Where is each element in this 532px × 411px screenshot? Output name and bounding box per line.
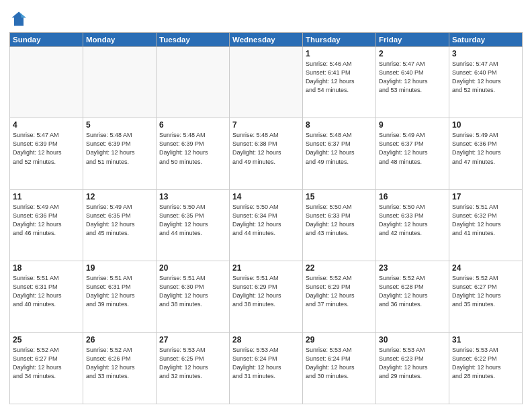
day-info: Sunrise: 5:50 AM Sunset: 6:34 PM Dayligh… bbox=[232, 203, 300, 238]
week-row-1: 1Sunrise: 5:46 AM Sunset: 6:41 PM Daylig… bbox=[10, 47, 523, 118]
calendar-cell: 14Sunrise: 5:50 AM Sunset: 6:34 PM Dayli… bbox=[230, 189, 303, 261]
calendar-cell: 15Sunrise: 5:50 AM Sunset: 6:33 PM Dayli… bbox=[303, 189, 376, 261]
calendar-cell: 17Sunrise: 5:51 AM Sunset: 6:32 PM Dayli… bbox=[449, 189, 523, 261]
day-info: Sunrise: 5:52 AM Sunset: 6:27 PM Dayligh… bbox=[13, 346, 80, 381]
day-info: Sunrise: 5:53 AM Sunset: 6:24 PM Dayligh… bbox=[232, 346, 300, 381]
day-info: Sunrise: 5:48 AM Sunset: 6:37 PM Dayligh… bbox=[306, 131, 373, 166]
weekday-saturday: Saturday bbox=[449, 33, 523, 47]
day-info: Sunrise: 5:46 AM Sunset: 6:41 PM Dayligh… bbox=[306, 60, 373, 95]
weekday-friday: Friday bbox=[376, 33, 449, 47]
day-info: Sunrise: 5:47 AM Sunset: 6:39 PM Dayligh… bbox=[13, 131, 80, 166]
calendar-cell: 20Sunrise: 5:51 AM Sunset: 6:30 PM Dayli… bbox=[157, 261, 230, 332]
calendar-cell: 29Sunrise: 5:53 AM Sunset: 6:24 PM Dayli… bbox=[303, 332, 376, 404]
day-info: Sunrise: 5:49 AM Sunset: 6:36 PM Dayligh… bbox=[13, 203, 80, 238]
day-info: Sunrise: 5:53 AM Sunset: 6:24 PM Dayligh… bbox=[306, 346, 373, 381]
day-number: 14 bbox=[232, 192, 300, 201]
day-number: 21 bbox=[232, 263, 300, 273]
calendar-cell: 5Sunrise: 5:48 AM Sunset: 6:39 PM Daylig… bbox=[83, 118, 157, 189]
calendar-cell bbox=[230, 47, 303, 118]
day-info: Sunrise: 5:50 AM Sunset: 6:33 PM Dayligh… bbox=[379, 203, 446, 238]
svg-marker-0 bbox=[12, 12, 26, 26]
calendar-cell: 21Sunrise: 5:51 AM Sunset: 6:29 PM Dayli… bbox=[230, 261, 303, 332]
day-info: Sunrise: 5:53 AM Sunset: 6:25 PM Dayligh… bbox=[159, 346, 226, 381]
calendar-cell: 22Sunrise: 5:52 AM Sunset: 6:29 PM Dayli… bbox=[303, 261, 376, 332]
day-info: Sunrise: 5:47 AM Sunset: 6:40 PM Dayligh… bbox=[379, 60, 446, 95]
day-number: 9 bbox=[379, 120, 446, 130]
day-info: Sunrise: 5:49 AM Sunset: 6:37 PM Dayligh… bbox=[379, 131, 446, 166]
logo-icon bbox=[9, 9, 28, 28]
day-info: Sunrise: 5:49 AM Sunset: 6:36 PM Dayligh… bbox=[452, 131, 519, 166]
day-number: 17 bbox=[452, 192, 519, 201]
calendar-cell: 30Sunrise: 5:53 AM Sunset: 6:23 PM Dayli… bbox=[376, 332, 449, 404]
week-row-2: 4Sunrise: 5:47 AM Sunset: 6:39 PM Daylig… bbox=[10, 118, 523, 189]
day-number: 5 bbox=[86, 120, 153, 130]
day-number: 2 bbox=[379, 49, 446, 58]
day-number: 31 bbox=[452, 335, 519, 345]
day-info: Sunrise: 5:51 AM Sunset: 6:31 PM Dayligh… bbox=[13, 274, 80, 309]
day-info: Sunrise: 5:51 AM Sunset: 6:31 PM Dayligh… bbox=[86, 274, 153, 309]
week-row-5: 25Sunrise: 5:52 AM Sunset: 6:27 PM Dayli… bbox=[10, 332, 523, 404]
calendar-cell: 1Sunrise: 5:46 AM Sunset: 6:41 PM Daylig… bbox=[303, 47, 376, 118]
day-number: 27 bbox=[159, 335, 226, 345]
calendar-cell: 7Sunrise: 5:48 AM Sunset: 6:38 PM Daylig… bbox=[230, 118, 303, 189]
calendar-cell: 2Sunrise: 5:47 AM Sunset: 6:40 PM Daylig… bbox=[376, 47, 449, 118]
day-info: Sunrise: 5:53 AM Sunset: 6:22 PM Dayligh… bbox=[452, 346, 519, 381]
calendar-cell: 19Sunrise: 5:51 AM Sunset: 6:31 PM Dayli… bbox=[83, 261, 157, 332]
day-info: Sunrise: 5:52 AM Sunset: 6:28 PM Dayligh… bbox=[379, 274, 446, 309]
day-info: Sunrise: 5:48 AM Sunset: 6:39 PM Dayligh… bbox=[159, 131, 226, 166]
day-info: Sunrise: 5:53 AM Sunset: 6:23 PM Dayligh… bbox=[379, 346, 446, 381]
logo bbox=[9, 9, 31, 28]
calendar-cell: 27Sunrise: 5:53 AM Sunset: 6:25 PM Dayli… bbox=[157, 332, 230, 404]
day-number: 23 bbox=[379, 263, 446, 273]
calendar-cell: 18Sunrise: 5:51 AM Sunset: 6:31 PM Dayli… bbox=[10, 261, 83, 332]
day-number: 11 bbox=[13, 192, 80, 201]
day-number: 13 bbox=[159, 192, 226, 201]
day-info: Sunrise: 5:51 AM Sunset: 6:30 PM Dayligh… bbox=[159, 274, 226, 309]
calendar-cell: 23Sunrise: 5:52 AM Sunset: 6:28 PM Dayli… bbox=[376, 261, 449, 332]
calendar-cell: 6Sunrise: 5:48 AM Sunset: 6:39 PM Daylig… bbox=[157, 118, 230, 189]
day-info: Sunrise: 5:48 AM Sunset: 6:39 PM Dayligh… bbox=[86, 131, 153, 166]
calendar-cell: 25Sunrise: 5:52 AM Sunset: 6:27 PM Dayli… bbox=[10, 332, 83, 404]
day-number: 12 bbox=[86, 192, 153, 201]
day-number: 8 bbox=[306, 120, 373, 130]
day-number: 7 bbox=[232, 120, 300, 130]
day-number: 29 bbox=[306, 335, 373, 345]
day-info: Sunrise: 5:50 AM Sunset: 6:33 PM Dayligh… bbox=[306, 203, 373, 238]
calendar-cell: 10Sunrise: 5:49 AM Sunset: 6:36 PM Dayli… bbox=[449, 118, 523, 189]
calendar-cell: 9Sunrise: 5:49 AM Sunset: 6:37 PM Daylig… bbox=[376, 118, 449, 189]
day-number: 20 bbox=[159, 263, 226, 273]
day-number: 6 bbox=[159, 120, 226, 130]
day-number: 3 bbox=[452, 49, 519, 58]
page: SundayMondayTuesdayWednesdayThursdayFrid… bbox=[0, 0, 532, 411]
day-number: 22 bbox=[306, 263, 373, 273]
day-number: 25 bbox=[13, 335, 80, 345]
day-number: 24 bbox=[452, 263, 519, 273]
day-number: 10 bbox=[452, 120, 519, 130]
day-info: Sunrise: 5:52 AM Sunset: 6:27 PM Dayligh… bbox=[452, 274, 519, 309]
weekday-tuesday: Tuesday bbox=[157, 33, 230, 47]
weekday-wednesday: Wednesday bbox=[230, 33, 303, 47]
week-row-4: 18Sunrise: 5:51 AM Sunset: 6:31 PM Dayli… bbox=[10, 261, 523, 332]
day-info: Sunrise: 5:48 AM Sunset: 6:38 PM Dayligh… bbox=[232, 131, 300, 166]
weekday-header-row: SundayMondayTuesdayWednesdayThursdayFrid… bbox=[10, 33, 523, 47]
week-row-3: 11Sunrise: 5:49 AM Sunset: 6:36 PM Dayli… bbox=[10, 189, 523, 261]
calendar-cell: 3Sunrise: 5:47 AM Sunset: 6:40 PM Daylig… bbox=[449, 47, 523, 118]
day-number: 1 bbox=[306, 49, 373, 58]
calendar-cell bbox=[83, 47, 157, 118]
day-info: Sunrise: 5:49 AM Sunset: 6:35 PM Dayligh… bbox=[86, 203, 153, 238]
calendar-cell: 16Sunrise: 5:50 AM Sunset: 6:33 PM Dayli… bbox=[376, 189, 449, 261]
calendar-cell: 8Sunrise: 5:48 AM Sunset: 6:37 PM Daylig… bbox=[303, 118, 376, 189]
weekday-monday: Monday bbox=[83, 33, 157, 47]
day-number: 15 bbox=[306, 192, 373, 201]
day-number: 19 bbox=[86, 263, 153, 273]
calendar-cell: 12Sunrise: 5:49 AM Sunset: 6:35 PM Dayli… bbox=[83, 189, 157, 261]
day-info: Sunrise: 5:51 AM Sunset: 6:29 PM Dayligh… bbox=[232, 274, 300, 309]
day-info: Sunrise: 5:51 AM Sunset: 6:32 PM Dayligh… bbox=[452, 203, 519, 238]
day-number: 26 bbox=[86, 335, 153, 345]
header bbox=[9, 7, 523, 28]
calendar-cell: 26Sunrise: 5:52 AM Sunset: 6:26 PM Dayli… bbox=[83, 332, 157, 404]
day-number: 30 bbox=[379, 335, 446, 345]
calendar-cell: 11Sunrise: 5:49 AM Sunset: 6:36 PM Dayli… bbox=[10, 189, 83, 261]
calendar-cell bbox=[157, 47, 230, 118]
calendar-table: SundayMondayTuesdayWednesdayThursdayFrid… bbox=[9, 32, 523, 404]
